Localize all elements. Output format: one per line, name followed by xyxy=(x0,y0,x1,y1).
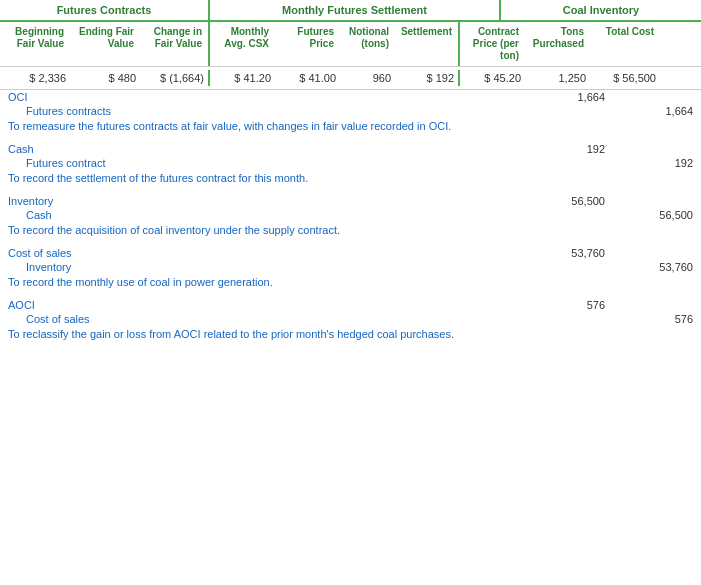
cpp-value: $ 45.20 xyxy=(460,70,525,86)
entry-line: Cash192 xyxy=(4,142,697,156)
settlement-value: $ 192 xyxy=(395,70,460,86)
entry-line: Futures contracts1,664 xyxy=(4,104,697,118)
credit-amount xyxy=(617,299,697,311)
journal-entry-4: Cost of sales53,760Inventory53,760To rec… xyxy=(4,246,697,296)
credit-amount xyxy=(617,247,697,259)
monthly-header: Monthly Futures Settlement xyxy=(210,0,501,20)
settlement-header: Settlement xyxy=(395,22,460,66)
entry-line: Inventory56,500 xyxy=(4,194,697,208)
journal-note: To record the settlement of the futures … xyxy=(4,170,697,192)
main-container: Futures Contracts Monthly Futures Settle… xyxy=(0,0,701,348)
data-row: $ 2,336 $ 480 $ (1,664) $ 41.20 $ 41.00 … xyxy=(0,67,701,90)
credit-amount: 192 xyxy=(617,157,697,169)
fp-value: $ 41.00 xyxy=(275,70,340,86)
entry-line: Inventory53,760 xyxy=(4,260,697,274)
debit-amount: 1,664 xyxy=(537,91,617,103)
mavg-header: Monthly Avg. CSX xyxy=(210,22,275,66)
journal-note: To remeasure the futures contracts at fa… xyxy=(4,118,697,140)
entry-line: Cost of sales53,760 xyxy=(4,246,697,260)
account-name: AOCI xyxy=(4,299,537,311)
cfv-header: Change in Fair Value xyxy=(140,22,210,66)
debit-amount xyxy=(537,157,617,169)
entry-line: Futures contract192 xyxy=(4,156,697,170)
entry-line: AOCI576 xyxy=(4,298,697,312)
notional-value: 960 xyxy=(340,70,395,86)
futures-label: Futures Contracts xyxy=(57,4,152,16)
account-name: Futures contracts xyxy=(4,105,537,117)
credit-amount: 53,760 xyxy=(617,261,697,273)
account-name: OCI xyxy=(4,91,537,103)
debit-amount xyxy=(537,313,617,325)
credit-amount xyxy=(617,195,697,207)
monthly-label: Monthly Futures Settlement xyxy=(282,4,427,16)
entry-line: OCI1,664 xyxy=(4,90,697,104)
credit-amount: 56,500 xyxy=(617,209,697,221)
cfv-value: $ (1,664) xyxy=(140,70,210,86)
account-name: Cost of sales xyxy=(4,247,537,259)
sub-header-row: Beginning Fair Value Ending Fair Value C… xyxy=(0,22,701,67)
debit-amount: 192 xyxy=(537,143,617,155)
account-name: Inventory xyxy=(4,195,537,207)
journal-entry-2: Cash192Futures contract192To record the … xyxy=(4,142,697,192)
account-name: Inventory xyxy=(4,261,537,273)
entry-line: Cost of sales576 xyxy=(4,312,697,326)
tons-header: Tons Purchased xyxy=(525,22,590,66)
coal-label: Coal Inventory xyxy=(563,4,639,16)
credit-amount xyxy=(617,143,697,155)
bfv-header: Beginning Fair Value xyxy=(0,22,70,66)
notional-header: Notional (tons) xyxy=(340,22,395,66)
account-name: Cash xyxy=(4,209,537,221)
tons-value: 1,250 xyxy=(525,70,590,86)
credit-amount: 576 xyxy=(617,313,697,325)
account-name: Futures contract xyxy=(4,157,537,169)
cpp-header: Contract Price (per ton) xyxy=(460,22,525,66)
tc-value: $ 56,500 xyxy=(590,70,660,86)
credit-amount xyxy=(617,91,697,103)
journal-entry-3: Inventory56,500Cash56,500To record the a… xyxy=(4,194,697,244)
efv-value: $ 480 xyxy=(70,70,140,86)
account-name: Cash xyxy=(4,143,537,155)
journal-section: OCI1,664Futures contracts1,664To remeasu… xyxy=(0,90,701,348)
journal-entry-5: AOCI576Cost of sales576To reclassify the… xyxy=(4,298,697,348)
bfv-value: $ 2,336 xyxy=(0,70,70,86)
efv-header: Ending Fair Value xyxy=(70,22,140,66)
top-header: Futures Contracts Monthly Futures Settle… xyxy=(0,0,701,22)
debit-amount xyxy=(537,105,617,117)
debit-amount: 53,760 xyxy=(537,247,617,259)
fp-header: Futures Price xyxy=(275,22,340,66)
account-name: Cost of sales xyxy=(4,313,537,325)
futures-header: Futures Contracts xyxy=(0,0,210,20)
debit-amount: 56,500 xyxy=(537,195,617,207)
entry-line: Cash56,500 xyxy=(4,208,697,222)
journal-note: To record the monthly use of coal in pow… xyxy=(4,274,697,296)
journal-entry-1: OCI1,664Futures contracts1,664To remeasu… xyxy=(4,90,697,140)
debit-amount xyxy=(537,261,617,273)
tc-header: Total Cost xyxy=(590,22,660,66)
debit-amount: 576 xyxy=(537,299,617,311)
debit-amount xyxy=(537,209,617,221)
mavg-value: $ 41.20 xyxy=(210,70,275,86)
coal-header: Coal Inventory xyxy=(501,0,701,20)
journal-note: To record the acquisition of coal invent… xyxy=(4,222,697,244)
journal-note: To reclassify the gain or loss from AOCI… xyxy=(4,326,697,348)
credit-amount: 1,664 xyxy=(617,105,697,117)
